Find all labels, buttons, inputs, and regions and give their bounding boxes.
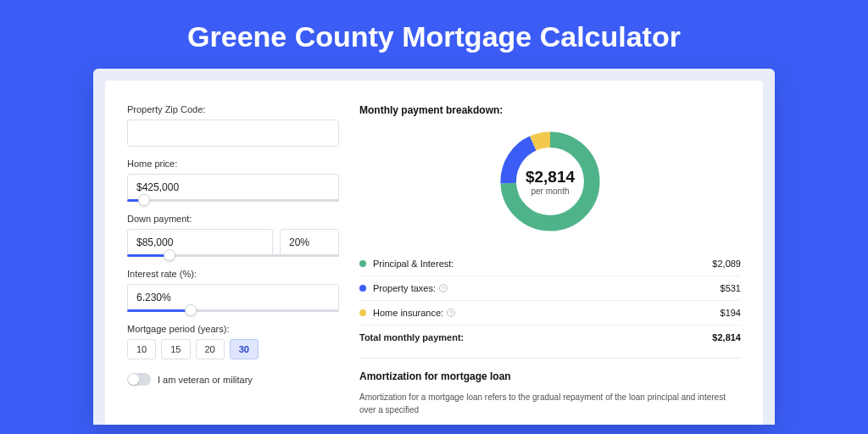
info-icon[interactable]: ? — [439, 284, 448, 292]
zip-label: Property Zip Code: — [127, 104, 339, 114]
label-taxes: Property taxes: ? — [373, 283, 721, 293]
row-taxes: Property taxes: ? $531 — [359, 276, 741, 301]
dot-taxes — [359, 285, 366, 292]
calculator-frame: Property Zip Code: Home price: Down paym… — [93, 69, 775, 425]
label-total: Total monthly payment: — [359, 332, 712, 342]
zip-input[interactable] — [127, 120, 339, 147]
value-principal: $2,089 — [712, 259, 741, 269]
page-title: Greene County Mortgage Calculator — [0, 0, 868, 69]
info-icon[interactable]: ? — [447, 309, 455, 317]
period-btn-10[interactable]: 10 — [127, 339, 156, 359]
rate-slider[interactable] — [127, 309, 339, 312]
price-label: Home price: — [127, 159, 339, 169]
amortization-section: Amortization for mortgage loan Amortizat… — [359, 358, 741, 416]
calculator-card: Property Zip Code: Home price: Down paym… — [105, 81, 763, 425]
down-pct-input[interactable] — [280, 229, 339, 256]
dot-principal — [359, 260, 366, 267]
veteran-toggle[interactable] — [127, 373, 151, 386]
dot-insurance — [359, 309, 366, 316]
breakdown-title: Monthly payment breakdown: — [359, 104, 741, 116]
donut-chart-wrap: $2,814 per month — [359, 126, 741, 236]
period-label: Mortgage period (years): — [127, 324, 339, 334]
label-taxes-text: Property taxes: — [373, 283, 436, 293]
price-field: Home price: — [127, 159, 339, 202]
veteran-row: I am veteran or military — [127, 373, 339, 386]
value-taxes: $531 — [721, 283, 741, 293]
input-column: Property Zip Code: Home price: Down paym… — [127, 104, 339, 425]
label-principal: Principal & Interest: — [373, 259, 712, 269]
period-options: 10 15 20 30 — [127, 339, 339, 359]
label-insurance-text: Home insurance: — [373, 308, 443, 318]
donut-sub: per month — [531, 186, 569, 196]
down-slider-thumb[interactable] — [164, 249, 175, 261]
rate-slider-thumb[interactable] — [185, 304, 197, 316]
amortization-text: Amortization for a mortgage loan refers … — [359, 391, 741, 416]
row-total: Total monthly payment: $2,814 — [359, 326, 741, 349]
value-total: $2,814 — [712, 332, 741, 342]
price-slider[interactable] — [127, 199, 339, 202]
rate-input[interactable] — [127, 284, 339, 311]
rate-label: Interest rate (%): — [127, 269, 339, 279]
period-btn-20[interactable]: 20 — [196, 339, 225, 359]
zip-field: Property Zip Code: — [127, 104, 339, 147]
period-btn-15[interactable]: 15 — [161, 339, 190, 359]
label-insurance: Home insurance: ? — [373, 308, 721, 318]
donut-amount: $2,814 — [526, 168, 575, 186]
price-slider-thumb[interactable] — [138, 194, 150, 206]
down-field: Down payment: — [127, 214, 339, 257]
donut-center: $2,814 per month — [495, 126, 605, 236]
rate-slider-fill — [127, 309, 191, 312]
row-principal: Principal & Interest: $2,089 — [359, 252, 741, 276]
row-insurance: Home insurance: ? $194 — [359, 301, 741, 326]
period-btn-30[interactable]: 30 — [230, 339, 259, 359]
breakdown-column: Monthly payment breakdown: $2,814 per mo… — [359, 104, 741, 425]
down-amount-input[interactable] — [127, 229, 273, 256]
rate-field: Interest rate (%): — [127, 269, 339, 312]
amortization-title: Amortization for mortgage loan — [359, 370, 741, 382]
value-insurance: $194 — [721, 308, 741, 318]
period-field: Mortgage period (years): 10 15 20 30 — [127, 324, 339, 359]
toggle-knob — [128, 374, 139, 385]
veteran-label: I am veteran or military — [158, 375, 253, 385]
donut-chart: $2,814 per month — [495, 126, 605, 236]
price-input[interactable] — [127, 174, 339, 201]
down-label: Down payment: — [127, 214, 339, 224]
down-slider[interactable] — [127, 254, 339, 257]
